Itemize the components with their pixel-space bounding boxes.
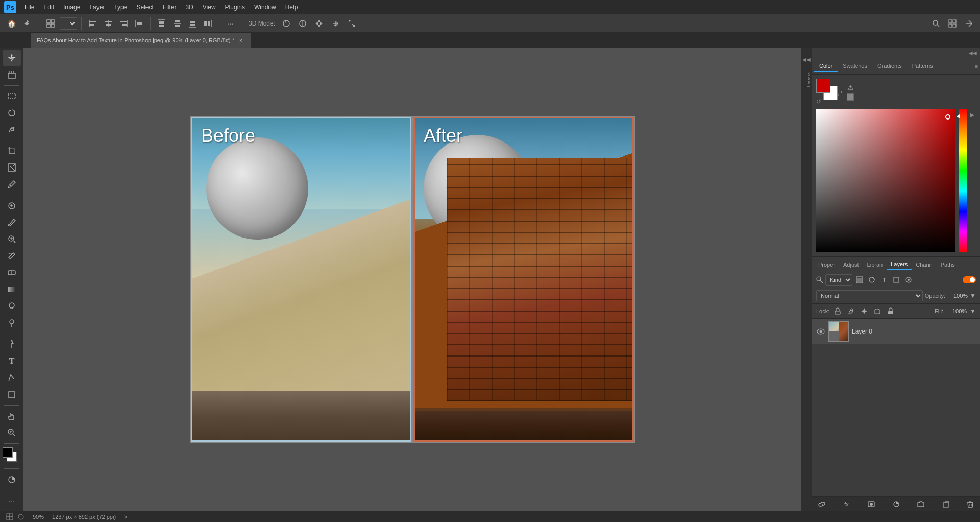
lock-all-btn[interactable] bbox=[886, 306, 896, 316]
canvas-area[interactable]: Before After bbox=[23, 48, 801, 511]
clone-stamp-tool[interactable] bbox=[3, 231, 21, 247]
dodge-tool[interactable] bbox=[3, 315, 21, 331]
zoom-level[interactable]: 90% bbox=[33, 514, 44, 520]
swap-colors-btn[interactable]: ⇄ bbox=[837, 89, 843, 97]
zoom-tool[interactable] bbox=[3, 425, 21, 441]
align-right[interactable] bbox=[116, 16, 131, 31]
fg-color-swatch[interactable] bbox=[3, 447, 13, 458]
eyedropper-tool[interactable] bbox=[3, 177, 21, 193]
history-brush-tool[interactable] bbox=[3, 248, 21, 264]
brush-tool[interactable] bbox=[3, 215, 21, 230]
menu-window[interactable]: Window bbox=[250, 3, 280, 12]
align-none[interactable] bbox=[132, 16, 146, 31]
quick-select-tool[interactable] bbox=[3, 122, 21, 137]
tab-close-btn[interactable]: × bbox=[237, 37, 244, 44]
filter-toggle[interactable] bbox=[963, 276, 976, 283]
menu-layer[interactable]: Layer bbox=[85, 3, 109, 12]
path-select-tool[interactable] bbox=[3, 370, 21, 386]
hue-slider[interactable] bbox=[959, 109, 967, 252]
shape-filter-btn[interactable] bbox=[891, 275, 901, 285]
type-filter-btn[interactable]: T bbox=[879, 275, 889, 285]
expand-hue-btn[interactable]: ▶ bbox=[970, 109, 976, 252]
move-tool[interactable] bbox=[3, 50, 21, 66]
more-tools-btn[interactable]: ··· bbox=[3, 493, 21, 509]
dist-bottom[interactable] bbox=[185, 16, 200, 31]
3d-pan[interactable] bbox=[312, 16, 326, 31]
menu-help[interactable]: Help bbox=[281, 3, 302, 12]
dist-right[interactable] bbox=[201, 16, 215, 31]
blur-tool[interactable] bbox=[3, 298, 21, 314]
lock-image-btn[interactable] bbox=[846, 306, 856, 316]
more-options[interactable]: ··· bbox=[224, 16, 238, 31]
dist-center-v[interactable] bbox=[170, 16, 184, 31]
web-safe-box[interactable] bbox=[847, 93, 854, 101]
menu-3d[interactable]: 3D bbox=[181, 3, 197, 12]
healing-brush-tool[interactable] bbox=[3, 198, 21, 213]
new-layer-btn[interactable] bbox=[940, 499, 951, 510]
tab-channels[interactable]: Chann bbox=[912, 260, 936, 269]
text-tool[interactable]: T bbox=[3, 353, 21, 369]
fill-value[interactable]: 100% bbox=[946, 308, 967, 314]
3d-scale[interactable] bbox=[345, 16, 359, 31]
layers-panel-side-btn[interactable]: Layers bbox=[802, 70, 811, 89]
tab-adjustments[interactable]: Adjust bbox=[839, 260, 863, 269]
menu-type[interactable]: Type bbox=[110, 3, 131, 12]
swatches-tab[interactable]: Swatches bbox=[838, 61, 872, 72]
delete-layer-btn[interactable] bbox=[965, 499, 976, 510]
color-tab[interactable]: Color bbox=[814, 61, 838, 72]
pixel-filter-btn[interactable] bbox=[854, 275, 865, 285]
move-tool-options[interactable] bbox=[20, 16, 35, 31]
opacity-value[interactable]: 100% bbox=[947, 293, 968, 299]
menu-select[interactable]: Select bbox=[132, 3, 157, 12]
arrange-btn[interactable] bbox=[43, 16, 58, 31]
tab-paths[interactable]: Paths bbox=[937, 260, 959, 269]
hand-tool[interactable] bbox=[3, 408, 21, 424]
3d-slide[interactable] bbox=[328, 16, 342, 31]
dist-top[interactable] bbox=[155, 16, 169, 31]
fg-color-box[interactable] bbox=[816, 79, 830, 93]
artboard-tool[interactable] bbox=[3, 67, 21, 83]
fill-dropdown-btn[interactable]: ▼ bbox=[970, 307, 976, 315]
lock-pixels-btn[interactable] bbox=[832, 306, 843, 316]
menu-view[interactable]: View bbox=[199, 3, 220, 12]
shape-tool[interactable] bbox=[3, 387, 21, 402]
align-left[interactable] bbox=[86, 16, 100, 31]
align-center-h[interactable] bbox=[101, 16, 115, 31]
quick-mask-btn[interactable] bbox=[3, 471, 21, 487]
eraser-tool[interactable] bbox=[3, 265, 21, 281]
new-group-btn[interactable] bbox=[915, 499, 926, 510]
lock-artboard-btn[interactable] bbox=[872, 306, 883, 316]
home-btn[interactable]: 🏠 bbox=[4, 16, 18, 31]
kind-filter-select[interactable]: Kind bbox=[825, 274, 852, 286]
lock-position-btn[interactable] bbox=[859, 306, 869, 316]
fx-btn[interactable]: fx bbox=[841, 499, 852, 510]
menu-image[interactable]: Image bbox=[59, 3, 84, 12]
gradient-tool[interactable] bbox=[3, 281, 21, 297]
link-layers-btn[interactable] bbox=[816, 499, 827, 510]
tab-layers[interactable]: Layers bbox=[887, 259, 912, 270]
tab-properties[interactable]: Proper bbox=[814, 260, 839, 269]
workspaces-btn[interactable] bbox=[945, 16, 960, 31]
menu-file[interactable]: File bbox=[20, 3, 38, 12]
table-row[interactable]: Layer 0 bbox=[812, 319, 980, 344]
adjustment-layer-btn[interactable] bbox=[891, 499, 902, 510]
menu-edit[interactable]: Edit bbox=[39, 3, 58, 12]
layer-visibility-btn[interactable] bbox=[816, 327, 825, 336]
menu-plugins[interactable]: Plugins bbox=[221, 3, 249, 12]
gradients-tab[interactable]: Gradients bbox=[872, 61, 907, 72]
nav-arrow[interactable]: > bbox=[124, 514, 127, 520]
reset-colors-btn[interactable]: ↺ bbox=[816, 98, 821, 105]
lasso-tool[interactable] bbox=[3, 105, 21, 121]
search-btn[interactable] bbox=[929, 16, 943, 31]
3d-rotate[interactable] bbox=[279, 16, 293, 31]
share-btn[interactable] bbox=[962, 16, 976, 31]
3d-roll[interactable] bbox=[296, 16, 310, 31]
opacity-dropdown-btn[interactable]: ▼ bbox=[970, 292, 976, 299]
color-gradient-picker[interactable] bbox=[816, 109, 955, 252]
layers-panel-menu-btn[interactable]: ≡ bbox=[975, 262, 978, 268]
patterns-tab[interactable]: Patterns bbox=[907, 61, 938, 72]
menu-filter[interactable]: Filter bbox=[159, 3, 181, 12]
adjustment-filter-btn[interactable] bbox=[867, 275, 877, 285]
panel-menu-btn[interactable]: ≡ bbox=[975, 63, 978, 69]
frame-tool[interactable] bbox=[3, 160, 21, 176]
